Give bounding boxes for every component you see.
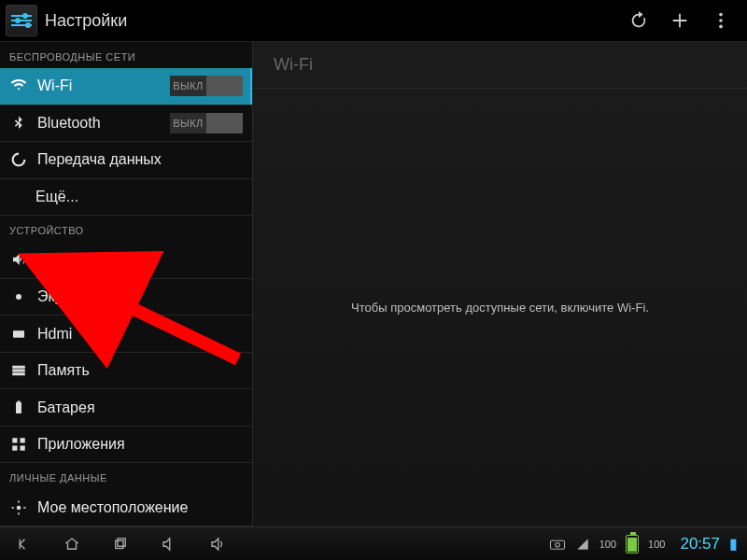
data-usage-icon bbox=[9, 150, 28, 169]
sidebar-item-more[interactable]: Ещё... bbox=[0, 179, 252, 217]
signal-percent: 100 bbox=[599, 539, 616, 550]
sidebar-item-storage[interactable]: Память bbox=[0, 353, 252, 390]
svg-rect-5 bbox=[12, 366, 25, 369]
refresh-icon bbox=[628, 10, 649, 31]
battery-indicator-icon bbox=[626, 535, 639, 553]
sidebar-item-label: Bluetooth bbox=[37, 115, 161, 132]
volume-down-button[interactable] bbox=[155, 534, 183, 554]
sidebar-item-sound[interactable]: Звук bbox=[0, 242, 252, 279]
sidebar-item-bluetooth[interactable]: Bluetooth ВЫКЛ bbox=[0, 105, 252, 143]
apps-icon bbox=[9, 435, 28, 454]
svg-rect-6 bbox=[12, 370, 25, 372]
svg-rect-13 bbox=[21, 446, 25, 451]
sound-icon bbox=[9, 250, 28, 269]
sidebar-item-label: Hdmi bbox=[37, 326, 243, 343]
back-button[interactable] bbox=[9, 534, 37, 554]
action-bar: Настройки bbox=[0, 0, 747, 41]
settings-sidebar: БЕСПРОВОДНЫЕ СЕТИ Wi-Fi ВЫКЛ Bluetooth В… bbox=[0, 42, 252, 526]
location-icon bbox=[9, 498, 28, 517]
svg-point-14 bbox=[17, 505, 21, 510]
sidebar-item-label: Мое местоположение bbox=[37, 499, 243, 516]
svg-point-0 bbox=[719, 13, 723, 17]
svg-point-18 bbox=[555, 542, 559, 547]
wifi-toggle[interactable]: ВЫКЛ bbox=[170, 76, 243, 96]
recents-button[interactable] bbox=[106, 534, 134, 554]
svg-point-2 bbox=[719, 25, 723, 29]
overflow-button[interactable] bbox=[700, 0, 741, 41]
wifi-disabled-hint: Чтобы просмотреть доступные сети, включи… bbox=[351, 301, 649, 315]
sidebar-item-label: Wi-Fi bbox=[37, 77, 161, 94]
sidebar-item-label: Приложения bbox=[37, 436, 243, 453]
detail-title: Wi-Fi bbox=[253, 42, 747, 89]
svg-rect-16 bbox=[118, 539, 125, 546]
sidebar-item-data-usage[interactable]: Передача данных bbox=[0, 142, 252, 179]
svg-rect-8 bbox=[16, 402, 21, 413]
add-button[interactable] bbox=[659, 0, 700, 41]
sidebar-item-apps[interactable]: Приложения bbox=[0, 427, 252, 464]
battery-percent: 100 bbox=[648, 539, 665, 550]
sidebar-item-label: Батарея bbox=[37, 399, 243, 416]
signal-icon bbox=[575, 538, 590, 551]
sidebar-item-hdmi[interactable]: Hdmi bbox=[0, 315, 252, 353]
sidebar-item-label: Экран bbox=[37, 288, 243, 305]
section-header-device: УСТРОЙСТВО bbox=[0, 216, 252, 242]
section-header-wireless: БЕСПРОВОДНЫЕ СЕТИ bbox=[0, 42, 252, 68]
svg-rect-7 bbox=[12, 372, 25, 375]
toggle-off-label: ВЫКЛ bbox=[170, 113, 206, 133]
section-header-personal: ЛИЧНЫЕ ДАННЫЕ bbox=[0, 463, 252, 489]
system-navigation-bar: 100 100 20:57 ▮ bbox=[0, 526, 747, 560]
sidebar-item-location[interactable]: Мое местоположение bbox=[0, 489, 252, 526]
svg-rect-9 bbox=[18, 400, 21, 402]
svg-rect-15 bbox=[116, 540, 123, 548]
sidebar-item-wifi[interactable]: Wi-Fi ВЫКЛ bbox=[0, 68, 252, 105]
toggle-off-label: ВЫКЛ bbox=[170, 76, 206, 96]
svg-rect-10 bbox=[12, 438, 17, 442]
overflow-icon bbox=[711, 10, 731, 31]
svg-point-1 bbox=[719, 19, 723, 22]
sidebar-item-display[interactable]: Экран bbox=[0, 279, 252, 316]
home-button[interactable] bbox=[58, 534, 86, 554]
screenshot-indicator-icon: ▮ bbox=[729, 535, 738, 553]
sidebar-item-label: Звук bbox=[37, 251, 243, 268]
storage-icon bbox=[9, 361, 28, 380]
refresh-button[interactable] bbox=[618, 0, 659, 41]
battery-icon bbox=[9, 399, 28, 417]
sidebar-item-battery[interactable]: Батарея bbox=[0, 389, 252, 427]
volume-up-button[interactable] bbox=[204, 534, 232, 554]
svg-rect-11 bbox=[21, 438, 25, 442]
sidebar-item-label: Передача данных bbox=[37, 151, 243, 168]
settings-app-icon bbox=[6, 5, 37, 36]
sidebar-item-label: Память bbox=[37, 362, 243, 379]
clock: 20:57 bbox=[680, 535, 720, 553]
camera-icon bbox=[549, 538, 566, 551]
svg-rect-12 bbox=[12, 446, 17, 451]
svg-rect-17 bbox=[550, 540, 564, 549]
sidebar-item-label: Ещё... bbox=[35, 189, 243, 205]
bluetooth-icon bbox=[9, 114, 28, 133]
status-area[interactable]: 100 100 20:57 ▮ bbox=[549, 535, 738, 553]
action-bar-title: Настройки bbox=[45, 11, 127, 31]
brightness-icon bbox=[9, 287, 28, 306]
hdmi-icon bbox=[9, 325, 28, 343]
plus-icon bbox=[669, 10, 690, 31]
svg-rect-4 bbox=[13, 330, 24, 338]
svg-point-3 bbox=[16, 294, 21, 300]
detail-pane: Wi-Fi Чтобы просмотреть доступные сети, … bbox=[252, 42, 747, 526]
wifi-icon bbox=[9, 77, 28, 95]
bluetooth-toggle[interactable]: ВЫКЛ bbox=[170, 113, 243, 133]
